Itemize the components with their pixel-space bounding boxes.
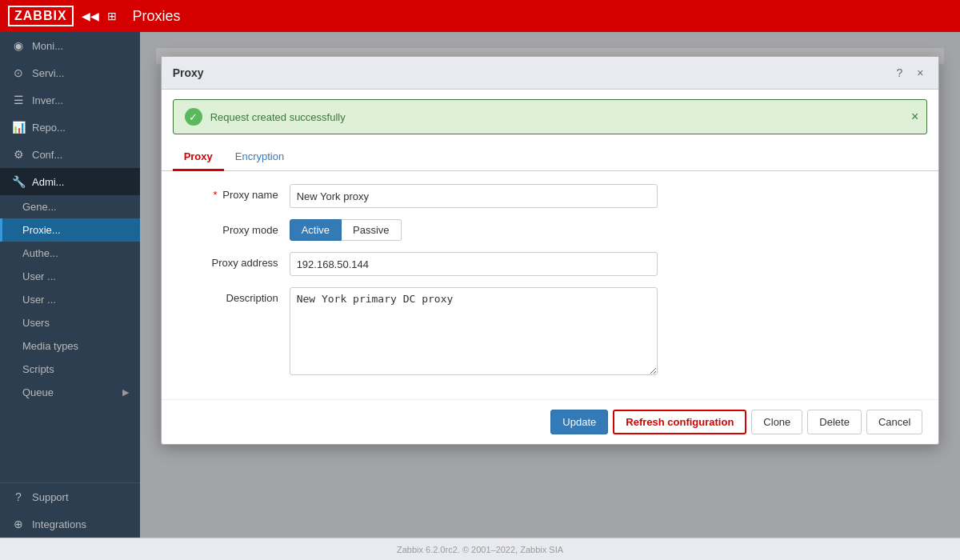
inventory-icon: ☰ — [11, 94, 26, 106]
update-button[interactable]: Update — [550, 410, 608, 434]
success-close-button[interactable]: × — [911, 110, 918, 124]
page-title: Proxies — [133, 8, 181, 25]
modal-close-button[interactable]: × — [913, 65, 927, 81]
sidebar-item-support[interactable]: ? Support — [0, 483, 140, 510]
sidebar-label-support: Support — [32, 491, 69, 503]
sidebar-item-user-roles[interactable]: User ... — [0, 288, 140, 311]
sidebar-label-administration: Admi... — [32, 176, 64, 188]
modal-header-actions: ? × — [892, 65, 927, 81]
sidebar-item-administration[interactable]: 🔧 Admi... — [0, 168, 140, 195]
delete-button[interactable]: Delete — [807, 410, 862, 434]
modal-help-button[interactable]: ? — [892, 65, 906, 81]
content-area: Proxy ? × ✓ Request created successfully… — [140, 32, 960, 538]
sidebar-item-scripts[interactable]: Scripts — [0, 358, 140, 381]
proxy-name-label-text: Proxy name — [222, 189, 278, 201]
footer-text: Zabbix 6.2.0rc2. © 2001–2022, Zabbix SIA — [397, 545, 563, 554]
sidebar-item-monitoring[interactable]: ◉ Moni... — [0, 32, 140, 59]
sidebar-label-user-roles: User ... — [22, 294, 56, 306]
sidebar-bottom: ? Support ⊕ Integrations — [0, 482, 140, 538]
success-message: Request created successfully — [210, 111, 346, 123]
integrations-icon: ⊕ — [11, 518, 26, 530]
configuration-icon: ⚙ — [11, 148, 26, 161]
required-star: * — [214, 189, 218, 201]
modal-overlay: Proxy ? × ✓ Request created successfully… — [140, 32, 960, 538]
sidebar-item-configuration[interactable]: ⚙ Conf... — [0, 141, 140, 168]
sidebar-label-reports: Repo... — [32, 122, 66, 134]
refresh-configuration-button[interactable]: Refresh configuration — [613, 410, 746, 434]
modal-footer: Update Refresh configuration Clone Delet… — [162, 399, 939, 444]
zabbix-logo: ZABBIX — [8, 6, 74, 26]
proxy-address-label: Proxy address — [178, 252, 290, 269]
sidebar-label-services: Servi... — [32, 67, 64, 79]
sidebar-label-inventory: Inver... — [32, 94, 63, 106]
sidebar: ◉ Moni... ⊙ Servi... ☰ Inver... 📊 Repo..… — [0, 32, 140, 538]
tab-proxy[interactable]: Proxy — [173, 144, 224, 171]
form-row-proxy-address: Proxy address — [178, 252, 923, 276]
sidebar-item-proxies[interactable]: Proxie... — [0, 218, 140, 242]
footer-bar: Zabbix 6.2.0rc2. © 2001–2022, Zabbix SIA — [0, 538, 960, 560]
reports-icon: 📊 — [11, 121, 26, 134]
sidebar-admin-section: Gene... Proxie... Authe... User ... User… — [0, 195, 140, 404]
sidebar-nav-section: ◉ Moni... ⊙ Servi... ☰ Inver... 📊 Repo..… — [0, 32, 140, 195]
services-icon: ⊙ — [11, 66, 26, 79]
sidebar-item-inventory[interactable]: ☰ Inver... — [0, 86, 140, 114]
administration-icon: 🔧 — [11, 175, 26, 188]
form-row-description: Description New York primary DC proxy — [178, 287, 923, 375]
sidebar-label-queue: Queue — [22, 386, 54, 398]
proxy-mode-label: Proxy mode — [178, 219, 290, 236]
proxy-address-input[interactable] — [290, 252, 658, 276]
success-checkmark-icon: ✓ — [185, 108, 202, 126]
sidebar-label-monitoring: Moni... — [32, 40, 63, 52]
sidebar-item-users[interactable]: Users — [0, 311, 140, 334]
mode-passive-button[interactable]: Passive — [342, 219, 402, 241]
sidebar-item-reports[interactable]: 📊 Repo... — [0, 114, 140, 141]
sidebar-label-media-types: Media types — [22, 340, 78, 352]
sidebar-label-scripts: Scripts — [22, 363, 54, 375]
modal-header: Proxy ? × — [162, 57, 939, 90]
topbar: ZABBIX ◀◀ ⊞ Proxies — [0, 0, 960, 32]
description-textarea[interactable]: New York primary DC proxy — [290, 287, 658, 375]
sidebar-item-user-groups[interactable]: User ... — [0, 265, 140, 288]
proxy-address-label-text: Proxy address — [212, 257, 278, 269]
main-layout: ◉ Moni... ⊙ Servi... ☰ Inver... 📊 Repo..… — [0, 32, 960, 538]
description-label: Description — [178, 287, 290, 304]
sidebar-label-integrations: Integrations — [32, 518, 86, 530]
sidebar-label-users: Users — [22, 317, 50, 329]
collapse-icon[interactable]: ◀◀ — [82, 10, 99, 22]
proxy-name-input[interactable] — [290, 184, 658, 208]
modal-title: Proxy — [173, 66, 204, 79]
clone-button[interactable]: Clone — [751, 410, 802, 434]
proxy-name-label: * Proxy name — [178, 184, 290, 201]
sidebar-item-authentication[interactable]: Authe... — [0, 242, 140, 265]
sidebar-label-proxies: Proxie... — [22, 224, 61, 236]
mode-active-button[interactable]: Active — [290, 219, 342, 241]
sidebar-item-general[interactable]: Gene... — [0, 195, 140, 218]
sidebar-label-general: Gene... — [22, 201, 57, 213]
sidebar-label-configuration: Conf... — [32, 149, 62, 161]
form-row-proxy-name: * Proxy name — [178, 184, 923, 208]
sidebar-item-services[interactable]: ⊙ Servi... — [0, 59, 140, 86]
cancel-button[interactable]: Cancel — [866, 410, 922, 434]
support-icon: ? — [11, 490, 26, 503]
proxy-modal: Proxy ? × ✓ Request created successfully… — [161, 56, 940, 445]
queue-arrow-icon: ▶ — [122, 387, 129, 398]
tab-encryption[interactable]: Encryption — [224, 144, 295, 171]
modal-tabs: Proxy Encryption — [162, 144, 939, 171]
success-banner: ✓ Request created successfully × — [173, 99, 928, 134]
proxy-mode-toggle: Active Passive — [290, 219, 402, 241]
window-icon[interactable]: ⊞ — [107, 10, 117, 22]
monitoring-icon: ◉ — [11, 39, 26, 52]
proxy-mode-label-text: Proxy mode — [222, 224, 278, 236]
description-label-text: Description — [226, 292, 278, 304]
sidebar-item-media-types[interactable]: Media types — [0, 334, 140, 358]
modal-body: * Proxy name Proxy mode Active Passive — [162, 171, 939, 399]
sidebar-item-queue[interactable]: Queue ▶ — [0, 381, 140, 404]
sidebar-label-user-groups: User ... — [22, 270, 56, 282]
sidebar-label-authentication: Authe... — [22, 247, 58, 259]
sidebar-item-integrations[interactable]: ⊕ Integrations — [0, 510, 140, 538]
form-row-proxy-mode: Proxy mode Active Passive — [178, 219, 923, 241]
